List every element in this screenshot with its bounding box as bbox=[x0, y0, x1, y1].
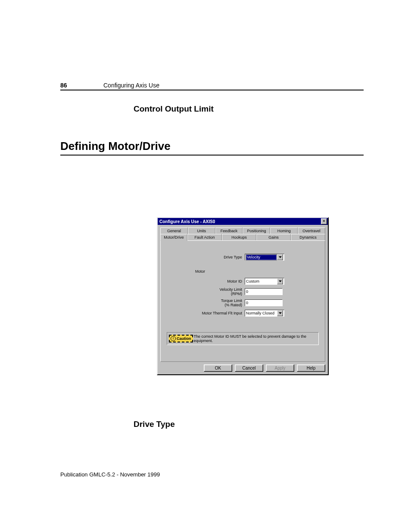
torque-limit-label: Torque Limit (% Rated) bbox=[167, 299, 245, 307]
tab-positioning[interactable]: Positioning bbox=[243, 227, 270, 234]
thermal-value: Normally Closed bbox=[246, 311, 277, 315]
caution-text: The correct Motor ID MUST be selected to… bbox=[194, 334, 317, 343]
tab-dynamics[interactable]: Dynamics bbox=[291, 234, 325, 241]
tab-feedback[interactable]: Feedback bbox=[215, 227, 243, 234]
dialog-titlebar[interactable]: Configure Axis Use - AXIS0 × bbox=[158, 218, 328, 225]
svg-marker-1 bbox=[279, 280, 282, 282]
page-header: 86 Configuring Axis Use bbox=[60, 82, 364, 90]
close-button[interactable]: × bbox=[321, 218, 327, 224]
svg-marker-2 bbox=[279, 312, 282, 314]
drive-type-combo[interactable]: Velocity bbox=[245, 254, 284, 261]
thermal-combo[interactable]: Normally Closed bbox=[245, 310, 284, 317]
page: 86 Configuring Axis Use Control Output L… bbox=[0, 0, 411, 532]
tab-gains[interactable]: Gains bbox=[256, 234, 291, 241]
caution-box: ! Caution The correct Motor ID MUST be s… bbox=[167, 332, 319, 345]
heading-control-output-limit: Control Output Limit bbox=[134, 104, 364, 114]
ok-button[interactable]: OK bbox=[204, 364, 232, 372]
apply-button[interactable]: Apply bbox=[266, 364, 294, 372]
configure-axis-dialog: Configure Axis Use - AXIS0 × General Uni… bbox=[157, 217, 329, 375]
chevron-down-icon bbox=[277, 310, 283, 316]
cancel-button[interactable]: Cancel bbox=[235, 364, 263, 372]
velocity-limit-input[interactable]: 0 bbox=[245, 288, 283, 295]
tab-hookups[interactable]: Hookups bbox=[222, 234, 256, 241]
motor-id-label: Motor ID bbox=[167, 279, 245, 283]
tabs-area: General Units Feedback Positioning Homin… bbox=[158, 225, 328, 362]
page-number: 86 bbox=[60, 82, 103, 89]
velocity-limit-label: Velocity Limit (RPM) bbox=[167, 287, 245, 296]
header-title: Configuring Axis Use bbox=[103, 82, 159, 89]
torque-limit-row: Torque Limit (% Rated) 0 bbox=[167, 299, 319, 307]
tab-general[interactable]: General bbox=[160, 227, 188, 234]
tab-row-2: Motor/Drive Fault Action Hookups Gains D… bbox=[160, 234, 325, 241]
heading-row: Defining Motor/Drive bbox=[60, 140, 364, 156]
publication-footer: Publication GMLC-5.2 - November 1999 bbox=[60, 471, 160, 478]
motor-group-label: Motor bbox=[195, 269, 205, 274]
tab-homing[interactable]: Homing bbox=[270, 227, 298, 234]
dialog-button-row: OK Cancel Apply Help bbox=[158, 362, 328, 374]
motor-id-combo[interactable]: Custom bbox=[245, 278, 284, 285]
warning-icon: ! bbox=[171, 336, 176, 341]
drive-type-row: Drive Type Velocity bbox=[167, 254, 319, 261]
chevron-down-icon bbox=[277, 278, 283, 284]
torque-limit-value: 0 bbox=[246, 301, 248, 305]
caution-label: Caution bbox=[177, 336, 191, 341]
drive-type-label: Drive Type bbox=[167, 255, 245, 259]
thermal-row: Motor Thermal Flt Input Normally Closed bbox=[167, 310, 319, 317]
help-button[interactable]: Help bbox=[297, 364, 325, 372]
tab-overtravel[interactable]: Overtravel bbox=[298, 227, 325, 234]
dialog-title: Configure Axis Use - AXIS0 bbox=[159, 219, 215, 224]
caution-badge: ! Caution bbox=[169, 335, 193, 342]
torque-limit-input[interactable]: 0 bbox=[245, 299, 283, 306]
motor-id-value: Custom bbox=[246, 279, 277, 283]
tab-motor-drive[interactable]: Motor/Drive bbox=[160, 234, 187, 241]
heading-drive-type: Drive Type bbox=[134, 420, 175, 429]
tab-body: Drive Type Velocity Motor Motor ID Custo… bbox=[160, 240, 325, 362]
heading-defining-motor-drive: Defining Motor/Drive bbox=[60, 140, 171, 152]
thermal-label: Motor Thermal Flt Input bbox=[167, 311, 245, 315]
drive-type-value: Velocity bbox=[246, 255, 277, 260]
tab-row-1: General Units Feedback Positioning Homin… bbox=[160, 227, 325, 234]
velocity-limit-value: 0 bbox=[246, 289, 248, 294]
tab-fault-action[interactable]: Fault Action bbox=[187, 234, 222, 241]
chevron-down-icon bbox=[277, 254, 283, 260]
tab-units[interactable]: Units bbox=[188, 227, 215, 234]
svg-marker-0 bbox=[279, 256, 282, 258]
velocity-limit-row: Velocity Limit (RPM) 0 bbox=[167, 287, 319, 296]
motor-id-row: Motor ID Custom bbox=[167, 278, 319, 285]
